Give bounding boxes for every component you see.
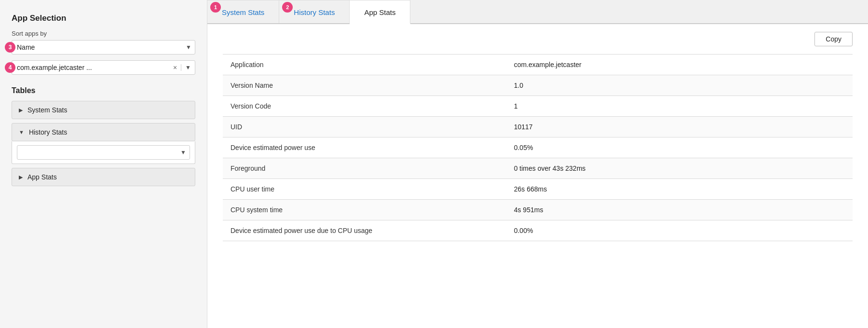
table-group-header-system-stats[interactable]: ▶ System Stats xyxy=(12,101,195,119)
stat-key: UID xyxy=(223,117,506,137)
sort-select[interactable]: Name Package UID xyxy=(12,40,195,55)
history-stats-body: ▼ xyxy=(12,141,195,164)
app-stats-label: App Stats xyxy=(27,173,57,181)
table-row: Version Name 1.0 xyxy=(223,75,853,96)
table-row: Device estimated power use due to CPU us… xyxy=(223,220,853,241)
stat-key: Device estimated power use xyxy=(223,137,506,158)
stat-value: 4s 951ms xyxy=(506,200,853,220)
stats-table: Application com.example.jetcaster Versio… xyxy=(223,54,853,241)
table-row: Version Code 1 xyxy=(223,96,853,117)
stat-key: Application xyxy=(223,55,506,75)
app-stats-arrow: ▶ xyxy=(19,174,23,180)
tab-app-stats[interactable]: App Stats xyxy=(350,0,410,24)
tab-wrapper-system-stats: 1 System Stats xyxy=(207,0,279,23)
history-stats-arrow: ▼ xyxy=(19,129,24,135)
history-stats-select[interactable] xyxy=(17,145,190,160)
stat-key: CPU system time xyxy=(223,200,506,220)
stat-key: Version Name xyxy=(223,75,506,96)
table-group-history-stats: ▼ History Stats ▼ xyxy=(12,123,195,164)
stat-value: 0 times over 43s 232ms xyxy=(506,158,853,179)
stat-key: Version Code xyxy=(223,96,506,117)
history-stats-label: History Stats xyxy=(29,128,67,136)
stat-value: 0.05% xyxy=(506,137,853,158)
badge-3: 3 xyxy=(5,42,15,53)
table-row: CPU user time 26s 668ms xyxy=(223,179,853,200)
tab-history-stats-label: History Stats xyxy=(294,8,335,16)
stat-value: 0.00% xyxy=(506,220,853,241)
tabs-bar: 1 System Stats 2 History Stats App Stats xyxy=(207,0,868,24)
tab-app-stats-label: App Stats xyxy=(364,8,395,16)
history-stats-select-wrapper: ▼ xyxy=(17,145,190,160)
tables-title: Tables xyxy=(12,86,195,95)
stat-value: 10117 xyxy=(506,117,853,137)
table-row: Application com.example.jetcaster xyxy=(223,55,853,75)
stat-key: Foreground xyxy=(223,158,506,179)
table-group-header-history-stats[interactable]: ▼ History Stats xyxy=(12,123,195,141)
stat-key: Device estimated power use due to CPU us… xyxy=(223,220,506,241)
sort-label: Sort apps by xyxy=(12,30,195,37)
tab-system-stats-label: System Stats xyxy=(222,8,264,16)
app-container: App Selection Sort apps by 3 Name Packag… xyxy=(0,0,868,328)
table-row: UID 10117 xyxy=(223,117,853,137)
tab-badge-1: 1 xyxy=(210,2,221,13)
stat-value: 1 xyxy=(506,96,853,117)
stat-key: CPU user time xyxy=(223,179,506,200)
sidebar: App Selection Sort apps by 3 Name Packag… xyxy=(0,0,207,328)
table-row: CPU system time 4s 951ms xyxy=(223,200,853,220)
stat-value: com.example.jetcaster xyxy=(506,55,853,75)
app-select-clear-icon[interactable]: × xyxy=(173,64,177,71)
table-row: Foreground 0 times over 43s 232ms xyxy=(223,158,853,179)
table-group-system-stats: ▶ System Stats xyxy=(12,101,195,119)
tab-wrapper-history-stats: 2 History Stats xyxy=(279,0,350,23)
content-area: Copy Application com.example.jetcaster V… xyxy=(207,24,868,328)
system-stats-arrow: ▶ xyxy=(19,107,23,113)
sidebar-title: App Selection xyxy=(12,14,195,23)
app-select-down-icon[interactable]: ▼ xyxy=(181,64,191,71)
stat-value: 1.0 xyxy=(506,75,853,96)
system-stats-label: System Stats xyxy=(27,106,67,114)
copy-row: Copy xyxy=(223,32,853,46)
badge-4: 4 xyxy=(5,62,15,73)
table-group-app-stats: ▶ App Stats xyxy=(12,168,195,186)
stat-value: 26s 668ms xyxy=(506,179,853,200)
copy-button[interactable]: Copy xyxy=(814,32,853,46)
main-content: 1 System Stats 2 History Stats App Stats… xyxy=(207,0,868,328)
table-group-header-app-stats[interactable]: ▶ App Stats xyxy=(12,168,195,186)
app-select-text: com.example.jetcaster ... xyxy=(17,64,173,71)
table-row: Device estimated power use 0.05% xyxy=(223,137,853,158)
app-select[interactable]: com.example.jetcaster ... × ▼ xyxy=(12,60,195,75)
